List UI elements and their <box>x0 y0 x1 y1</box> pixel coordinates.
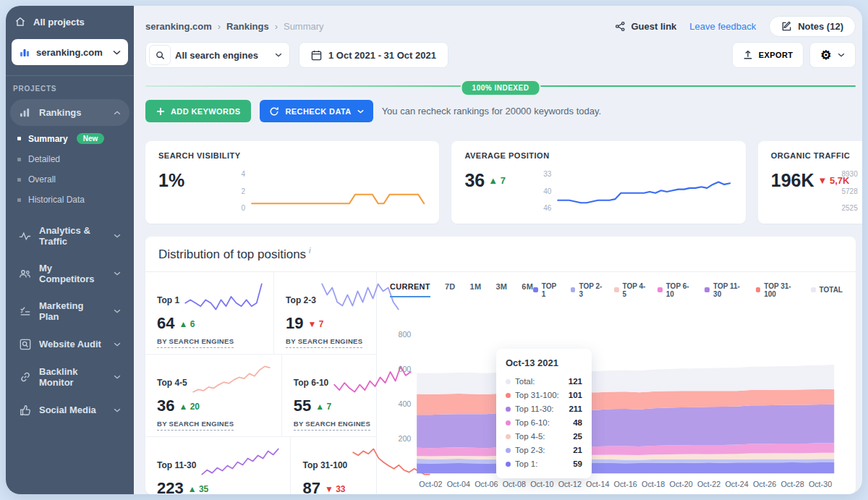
sidebar-item-my-competitors[interactable]: My Competitors <box>10 255 129 292</box>
chevron-up-icon <box>114 111 121 115</box>
tab-1m[interactable]: 1M <box>470 282 482 297</box>
top-4-5-sparkline <box>192 363 271 395</box>
sidebar-item-backlink-monitor[interactable]: Backlink Monitor <box>10 359 129 395</box>
card-title: SEARCH VISIBILITY <box>158 151 426 160</box>
notes-label: Notes (12) <box>798 21 843 32</box>
submenu-item-historical-data[interactable]: Historical Data <box>6 190 134 210</box>
average-position-sparkline <box>556 167 732 216</box>
by-search-engines-link[interactable]: BY SEARCH ENGINES <box>286 337 362 348</box>
svg-text:Oct-24: Oct-24 <box>725 479 748 488</box>
tab-7d[interactable]: 7D <box>445 282 456 297</box>
sidebar-item-analytics-traffic[interactable]: Analytics & Traffic <box>10 218 129 254</box>
mini-card-label: Top 31-100 <box>302 460 347 478</box>
sidebar-item-label: Marketing Plan <box>39 300 106 322</box>
svg-text:Oct-08: Oct-08 <box>503 479 526 488</box>
legend-top-6-10[interactable]: TOP 6-10 <box>658 282 695 298</box>
sidebar-item-rankings[interactable]: Rankings <box>10 99 129 126</box>
share-icon <box>615 21 626 32</box>
svg-text:Oct-20: Oct-20 <box>670 479 693 488</box>
y-axis-ticks: 334046 <box>531 167 551 216</box>
stacked-area-chart[interactable]: 800600400200Oct-02Oct-04Oct-06Oct-08Oct-… <box>390 305 843 490</box>
rankings-icon <box>19 106 31 119</box>
legend-total[interactable]: TOTAL <box>811 286 843 294</box>
all-projects-link[interactable]: All projects <box>6 6 134 35</box>
organic-traffic-card: ORGANIC TRAFFIC 196K ▼ 5,7K 893057282525 <box>758 141 862 224</box>
submenu-label: Overall <box>28 174 56 185</box>
recheck-data-button[interactable]: RECHECK DATA <box>260 100 373 122</box>
svg-text:Oct-26: Oct-26 <box>753 479 776 488</box>
sidebar-item-label: Backlink Monitor <box>39 366 106 388</box>
submenu-item-overall[interactable]: Overall <box>6 169 134 190</box>
svg-text:Oct-10: Oct-10 <box>530 479 553 488</box>
leave-feedback-link[interactable]: Leave feedback <box>689 21 756 32</box>
top-11-30-card[interactable]: Top 11-30 223▲ 35 BY SEARCH ENGINES <box>145 437 291 494</box>
top-1-card[interactable]: Top 1 64▲ 6 BY SEARCH ENGINES <box>145 272 274 354</box>
legend-top-4-5[interactable]: TOP 4-5 <box>614 282 648 298</box>
index-progress: 100% INDEXED <box>145 80 856 93</box>
search-icon <box>149 45 171 65</box>
top-1-sparkline <box>184 281 263 313</box>
svg-text:Oct-18: Oct-18 <box>642 479 665 488</box>
metric-cards: SEARCH VISIBILITY 1% 420 AVERAGE POSITIO… <box>145 141 856 224</box>
chevron-down-icon <box>275 53 282 57</box>
bullet-icon <box>17 158 21 161</box>
sidebar-item-social-media[interactable]: Social Media <box>10 397 129 423</box>
project-selector[interactable]: seranking.com <box>12 39 128 65</box>
bullet-icon <box>17 137 21 140</box>
by-search-engines-link[interactable]: BY SEARCH ENGINES <box>157 337 234 348</box>
legend-top-1[interactable]: TOP 1 <box>533 282 561 298</box>
breadcrumb-rankings[interactable]: Rankings <box>226 21 269 32</box>
breadcrumb: seranking.com › Rankings › Summary <box>145 21 324 32</box>
sidebar-item-website-audit[interactable]: Website Audit <box>10 331 129 357</box>
settings-button[interactable]: ⚙ <box>809 42 856 68</box>
mini-card-value: 87 <box>302 479 320 494</box>
search-engines-select[interactable]: All search engines <box>145 42 290 68</box>
date-range-picker[interactable]: 1 Oct 2021 - 31 Oct 2021 <box>299 42 448 68</box>
submenu-label: Historical Data <box>28 195 85 205</box>
export-label: EXPORT <box>759 51 793 59</box>
export-button[interactable]: EXPORT <box>732 42 804 68</box>
chevron-down-icon <box>838 53 845 57</box>
legend-top-11-30[interactable]: TOP 11-30 <box>705 282 746 298</box>
chevron-down-icon <box>114 309 121 313</box>
all-projects-label: All projects <box>33 17 85 27</box>
legend-top-2-3[interactable]: TOP 2-3 <box>571 282 605 298</box>
top-4-5-card[interactable]: Top 4-5 36▲ 20 BY SEARCH ENGINES <box>145 355 282 436</box>
svg-text:Oct-12: Oct-12 <box>558 479 582 488</box>
submenu-label: Detailed <box>28 154 60 164</box>
by-search-engines-link[interactable]: BY SEARCH ENGINES <box>157 420 234 431</box>
thumbs-up-icon <box>19 404 31 416</box>
guest-link-label: Guest link <box>631 21 676 32</box>
svg-text:200: 200 <box>398 434 411 443</box>
legend-top-31-100[interactable]: TOP 31-100 <box>756 282 801 298</box>
notes-button[interactable]: Notes (12) <box>769 16 856 37</box>
chevron-down-icon <box>114 408 121 412</box>
info-icon[interactable]: i <box>309 246 310 255</box>
calendar-icon <box>311 50 322 61</box>
projects-section-label: PROJECTS <box>6 83 134 98</box>
main-content: seranking.com › Rankings › Summary Guest… <box>134 6 862 494</box>
submenu-item-detailed[interactable]: Detailed <box>6 149 134 169</box>
topbar: seranking.com › Rankings › Summary Guest… <box>145 17 856 35</box>
tab-6m[interactable]: 6M <box>522 282 533 297</box>
add-keywords-button[interactable]: ADD KEYWORDS <box>145 100 251 122</box>
date-range-value: 1 Oct 2021 - 31 Oct 2021 <box>328 50 436 61</box>
breadcrumb-project[interactable]: seranking.com <box>145 21 212 32</box>
breadcrumb-separator: › <box>275 21 278 32</box>
by-search-engines-link[interactable]: BY SEARCH ENGINES <box>294 420 370 431</box>
sidebar-item-marketing-plan[interactable]: Marketing Plan <box>10 293 129 329</box>
tooltip-row: Top 4-5:25 <box>506 430 582 444</box>
mini-card-label: Top 2-3 <box>286 295 316 313</box>
y-axis-ticks: 893057282525 <box>838 167 858 216</box>
tooltip-row: Top 1:59 <box>506 457 582 471</box>
sidebar: All projects seranking.com PROJECTS Rank… <box>6 6 134 494</box>
submenu-item-summary[interactable]: Summary New <box>6 128 134 149</box>
tab-current[interactable]: CURRENT <box>390 282 430 297</box>
tab-3m[interactable]: 3M <box>495 282 507 297</box>
distribution-panel: Distribution of top positionsi Top 1 64▲… <box>145 237 856 494</box>
guest-link-button[interactable]: Guest link <box>615 21 676 32</box>
svg-text:Oct-06: Oct-06 <box>475 479 498 488</box>
app-window: All projects seranking.com PROJECTS Rank… <box>6 6 862 494</box>
breadcrumb-separator: › <box>218 21 221 32</box>
card-title: ORGANIC TRAFFIC <box>771 151 862 160</box>
